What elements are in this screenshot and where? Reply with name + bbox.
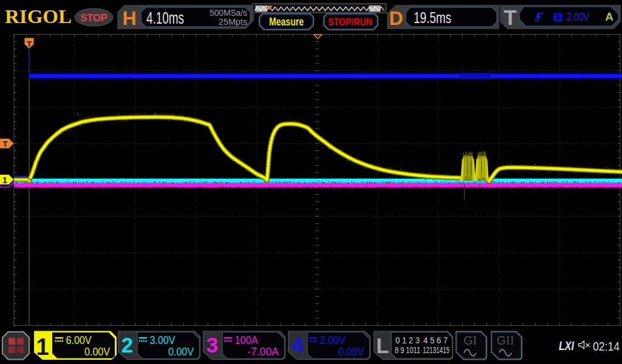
svg-text:4: 4 (556, 13, 560, 22)
svg-text:4: 4 (292, 333, 304, 357)
svg-text:3.00V: 3.00V (150, 334, 176, 346)
svg-text:0.00V: 0.00V (338, 345, 364, 358)
svg-text:T: T (3, 140, 8, 149)
svg-text:Measure: Measure (269, 16, 304, 28)
svg-text:3: 3 (207, 333, 218, 357)
svg-text:GI: GI (463, 334, 477, 347)
svg-text:H: H (122, 7, 136, 29)
svg-text:12131415: 12131415 (423, 345, 449, 355)
svg-text:STOP: STOP (81, 12, 108, 24)
svg-text:1: 1 (2, 175, 7, 185)
svg-text:100A: 100A (235, 334, 259, 346)
svg-text:-7.00A: -7.00A (247, 345, 279, 358)
svg-text:6.00V: 6.00V (66, 334, 92, 346)
svg-text:4 5 6 7: 4 5 6 7 (423, 335, 448, 345)
svg-text:500MSa/s: 500MSa/s (210, 7, 247, 18)
svg-text:8 9 1011: 8 9 1011 (395, 345, 420, 355)
svg-text:02:14: 02:14 (593, 339, 620, 353)
svg-text:0.00V: 0.00V (168, 345, 194, 358)
svg-text:2: 2 (121, 333, 133, 357)
svg-text:STOP/RUN: STOP/RUN (328, 16, 372, 28)
svg-text:A: A (605, 10, 613, 23)
svg-text:LXI: LXI (559, 339, 574, 352)
svg-text:25Mpts: 25Mpts (219, 16, 247, 27)
svg-text:D: D (389, 7, 403, 29)
svg-text:1: 1 (36, 334, 49, 360)
svg-text:0 1 2 3: 0 1 2 3 (395, 335, 420, 345)
svg-text:RIGOL: RIGOL (5, 6, 72, 27)
svg-text:19.5ms: 19.5ms (414, 8, 451, 27)
svg-text:4.10ms: 4.10ms (146, 9, 184, 27)
svg-text:2.00V: 2.00V (567, 11, 589, 23)
svg-text:GII: GII (497, 334, 514, 347)
svg-text:T: T (504, 5, 516, 29)
svg-text:T: T (27, 39, 32, 49)
svg-text:0.00V: 0.00V (84, 345, 111, 358)
svg-text:L: L (376, 334, 389, 357)
svg-text:2.00V: 2.00V (320, 334, 346, 346)
